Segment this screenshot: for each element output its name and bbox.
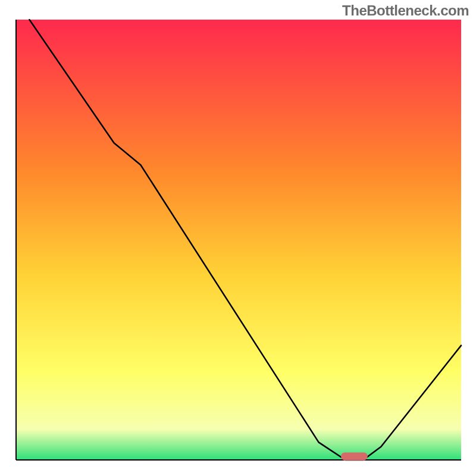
plot-background (16, 20, 461, 460)
bottleneck-marker (341, 452, 368, 460)
bottleneck-chart (0, 0, 476, 476)
chart-container: TheBottleneck.com (0, 0, 476, 476)
